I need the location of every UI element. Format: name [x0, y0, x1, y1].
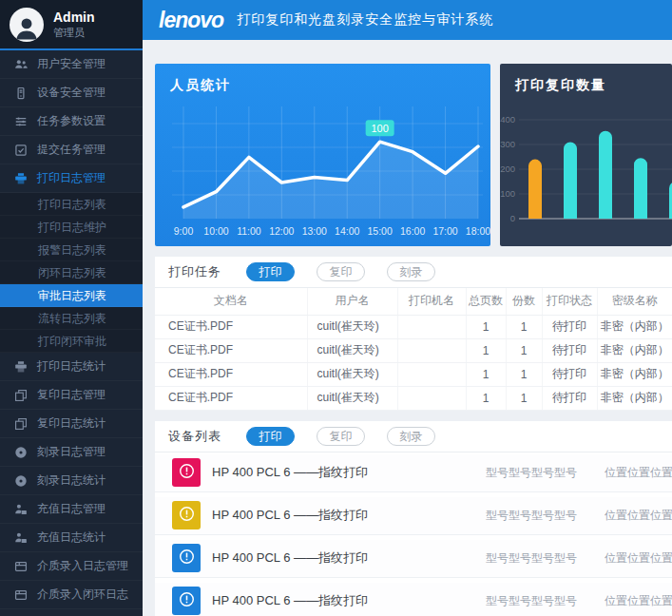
- sidebar-item[interactable]: 打印日志管理: [0, 164, 143, 193]
- table-row[interactable]: CE证书.PDFcuitl(崔天玲)11待打印非密（内部）: [155, 338, 672, 362]
- sidebar-item[interactable]: 复印日志管理: [0, 381, 143, 410]
- device-model: 型号型号型号型号: [486, 508, 605, 524]
- sidebar-subitem[interactable]: 闭环日志列表: [0, 261, 143, 284]
- table-cell: 1: [506, 386, 542, 410]
- bar: [599, 131, 612, 219]
- filter-tab[interactable]: 打印: [246, 427, 295, 446]
- recharge-icon: [14, 503, 29, 516]
- sidebar-subitem[interactable]: 报警日志列表: [0, 239, 143, 261]
- media-icon: [14, 560, 29, 573]
- personnel-chart-title: 人员统计: [170, 77, 231, 94]
- filter-tab[interactable]: 复印: [317, 427, 365, 446]
- column-header: 打印机名: [397, 288, 466, 315]
- sidebar-item[interactable]: 充值日志统计: [0, 524, 143, 552]
- device-list-panel: 设备列表 打印复印刻录 HP 400 PCL 6 ——指纹打印型号型号型号型号位…: [155, 421, 672, 616]
- table-cell: 1: [466, 362, 506, 386]
- copy-icon: [14, 389, 29, 402]
- sidebar-item-label: 刻录日志统计: [37, 472, 106, 489]
- page-title: 打印复印和光盘刻录安全监控与审计系统: [237, 11, 493, 29]
- table-row[interactable]: CE证书.PDFcuitl(崔天玲)11待打印非密（内部）: [155, 362, 672, 386]
- print-copy-chart-panel: 打印复印数量 4003002001000: [500, 64, 672, 246]
- sidebar-subitem[interactable]: 审批日志列表: [0, 284, 143, 307]
- sidebar-item-label: 任务参数设置: [37, 113, 106, 129]
- alert-icon: [178, 505, 196, 527]
- printer-icon: [14, 360, 29, 374]
- bar: [634, 158, 647, 219]
- sidebar-subitem[interactable]: 打印日志维护: [0, 216, 143, 239]
- table-cell: 1: [466, 315, 506, 338]
- table-cell: 待打印: [542, 315, 597, 338]
- device-row[interactable]: HP 400 PCL 6 ——指纹打印型号型号型号型号位置位置位置位置: [155, 583, 672, 616]
- sidebar-item-label: 充值日志统计: [37, 529, 106, 546]
- sidebar-item[interactable]: 任务参数设置: [0, 107, 143, 136]
- device-location: 位置位置位置位置: [605, 508, 672, 524]
- sidebar-item[interactable]: 提交任务管理: [0, 136, 143, 164]
- device-status-icon: [172, 458, 201, 487]
- sidebar-subitem[interactable]: 打印闭环审批: [0, 330, 143, 353]
- alert-icon: [178, 462, 196, 484]
- filter-tab[interactable]: 复印: [317, 262, 365, 281]
- user-role: 管理员: [53, 26, 95, 39]
- device-row[interactable]: HP 400 PCL 6 ——指纹打印型号型号型号型号位置位置位置位置: [155, 454, 672, 492]
- device-model: 型号型号型号型号: [486, 593, 605, 609]
- main-area: lenovo 打印复印和光盘刻录安全监控与审计系统 人员统计 1009:0010…: [143, 0, 672, 616]
- person-icon: [12, 13, 41, 42]
- table-cell: 非密（内部）: [597, 386, 672, 410]
- sidebar-item[interactable]: 打印日志统计: [0, 353, 143, 381]
- sidebar-item-label: 复印日志统计: [37, 415, 106, 432]
- svg-text:14:00: 14:00: [335, 225, 359, 237]
- svg-text:400: 400: [500, 114, 515, 125]
- svg-text:15:00: 15:00: [368, 225, 393, 237]
- sidebar-item[interactable]: 复印日志统计: [0, 410, 143, 438]
- device-name: HP 400 PCL 6 ——指纹打印: [212, 507, 486, 524]
- sidebar-subitem[interactable]: 流转日志列表: [0, 307, 143, 330]
- svg-text:200: 200: [500, 164, 515, 174]
- user-card[interactable]: Admin 管理员: [0, 0, 143, 50]
- table-row[interactable]: CE证书.PDFcuitl(崔天玲)11待打印非密（内部）: [155, 386, 672, 410]
- sidebar-menu: 用户安全管理设备安全管理任务参数设置提交任务管理打印日志管理打印日志列表打印日志…: [0, 50, 143, 609]
- table-cell: cuitl(崔天玲): [307, 386, 397, 410]
- table-cell: 非密（内部）: [597, 315, 672, 338]
- table-header-row: 文档名用户名打印机名总页数份数打印状态密级名称: [155, 288, 672, 315]
- column-header: 文档名: [155, 288, 307, 315]
- copy-icon: [14, 417, 29, 431]
- sidebar-item[interactable]: 刻录日志管理: [0, 438, 143, 467]
- device-row[interactable]: HP 400 PCL 6 ——指纹打印型号型号型号型号位置位置位置位置: [155, 540, 672, 578]
- sidebar-item[interactable]: 介质录入日志管理: [0, 552, 143, 581]
- device-row[interactable]: HP 400 PCL 6 ——指纹打印型号型号型号型号位置位置位置位置: [155, 497, 672, 535]
- svg-text:100: 100: [500, 188, 515, 199]
- filter-tab[interactable]: 打印: [246, 262, 295, 281]
- svg-text:9:00: 9:00: [174, 225, 194, 237]
- device-list-title: 设备列表: [168, 428, 221, 445]
- svg-text:0: 0: [510, 213, 515, 223]
- sidebar-item[interactable]: 刻录日志统计: [0, 467, 143, 495]
- device-status-icon: [172, 501, 201, 529]
- device-location: 位置位置位置位置: [605, 465, 672, 481]
- column-header: 密级名称: [597, 288, 672, 315]
- table-cell: [397, 315, 466, 338]
- device-list: HP 400 PCL 6 ——指纹打印型号型号型号型号位置位置位置位置HP 40…: [155, 452, 672, 616]
- disc-icon: [14, 446, 29, 459]
- device-status-icon: [172, 544, 201, 572]
- table-cell: cuitl(崔天玲): [307, 338, 397, 362]
- print-tasks-table: 文档名用户名打印机名总页数份数打印状态密级名称 CE证书.PDFcuitl(崔天…: [155, 288, 672, 411]
- sidebar-item-label: 用户安全管理: [37, 56, 106, 72]
- sidebar-item[interactable]: 设备安全管理: [0, 79, 143, 107]
- print-tasks-title: 打印任务: [168, 263, 221, 280]
- users-icon: [14, 58, 29, 71]
- sidebar-item[interactable]: 用户安全管理: [0, 50, 143, 79]
- sidebar-item[interactable]: 介质录入闭环日志: [0, 581, 143, 609]
- submit-icon: [14, 144, 29, 157]
- svg-text:17:00: 17:00: [432, 225, 457, 237]
- charts-row: 人员统计 1009:0010:0011:0012:0013:0014:0015:…: [155, 64, 672, 246]
- bar: [528, 160, 542, 219]
- device-model: 型号型号型号型号: [486, 465, 605, 481]
- filter-tab[interactable]: 刻录: [387, 427, 435, 446]
- print-copy-chart-title: 打印复印数量: [515, 77, 606, 94]
- table-cell: cuitl(崔天玲): [307, 362, 397, 386]
- sidebar-subitem[interactable]: 打印日志列表: [0, 193, 143, 216]
- sidebar-item[interactable]: 充值日志管理: [0, 495, 143, 524]
- filter-tab[interactable]: 刻录: [387, 262, 435, 281]
- table-row[interactable]: CE证书.PDFcuitl(崔天玲)11待打印非密（内部）: [155, 315, 672, 338]
- svg-text:13:00: 13:00: [302, 225, 327, 237]
